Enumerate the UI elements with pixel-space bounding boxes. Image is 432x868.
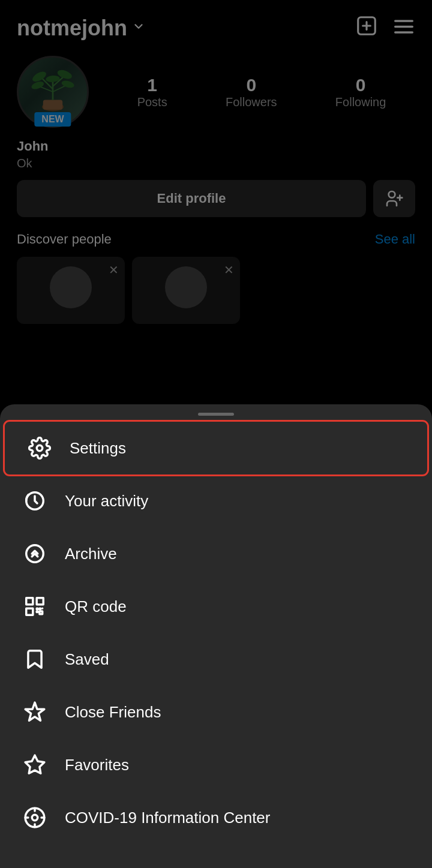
- activity-icon: [22, 488, 48, 514]
- menu-label-favorites: Favorites: [65, 756, 129, 774]
- menu-item-settings[interactable]: Settings: [5, 422, 427, 474]
- svg-rect-25: [37, 598, 43, 605]
- menu-item-qr-code[interactable]: QR code: [0, 580, 432, 633]
- menu-label-close-friends: Close Friends: [65, 703, 161, 722]
- menu-label-settings: Settings: [70, 439, 126, 458]
- menu-item-close-friends[interactable]: Close Friends: [0, 686, 432, 738]
- archive-icon: [22, 540, 48, 567]
- saved-icon: [22, 646, 48, 672]
- svg-point-21: [37, 445, 43, 451]
- menu-item-saved[interactable]: Saved: [0, 633, 432, 686]
- close-friends-icon: [22, 699, 48, 725]
- covid-icon: [22, 804, 48, 831]
- menu-item-covid[interactable]: COVID-19 Information Center: [0, 791, 432, 844]
- gear-icon: [26, 435, 53, 461]
- menu-label-qr-code: QR code: [65, 597, 127, 616]
- menu-label-saved: Saved: [65, 650, 109, 669]
- menu-item-your-activity[interactable]: Your activity: [0, 474, 432, 527]
- menu-label-covid: COVID-19 Information Center: [65, 809, 270, 827]
- svg-rect-26: [26, 608, 33, 615]
- menu-label-archive: Archive: [65, 545, 117, 563]
- sheet-handle: [198, 413, 234, 416]
- bottom-sheet: Settings Your activity Archive QR code S…: [0, 404, 432, 868]
- svg-point-30: [32, 815, 38, 821]
- qr-icon: [22, 593, 48, 620]
- favorites-icon: [22, 752, 48, 778]
- svg-marker-27: [25, 702, 44, 720]
- menu-item-favorites[interactable]: Favorites: [0, 738, 432, 791]
- menu-item-archive[interactable]: Archive: [0, 527, 432, 580]
- svg-marker-28: [25, 755, 44, 773]
- svg-rect-24: [26, 598, 33, 605]
- menu-label-your-activity: Your activity: [65, 492, 148, 510]
